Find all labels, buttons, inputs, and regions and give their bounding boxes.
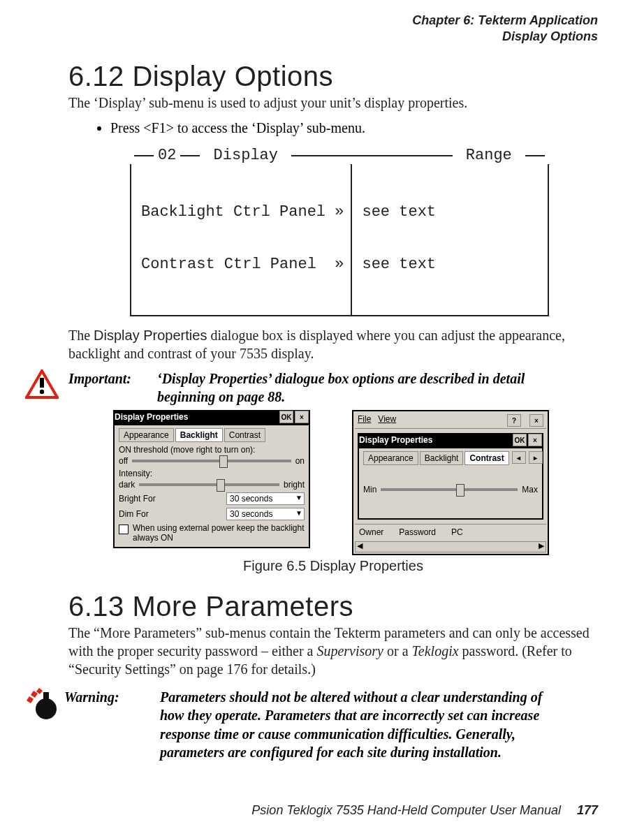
section-6-12-title: 6.12 Display Options	[68, 61, 598, 92]
help-icon[interactable]: ?	[507, 414, 521, 427]
tab-appearance[interactable]: Appearance	[119, 428, 174, 442]
menu-row-right: see text	[362, 256, 541, 273]
close-icon[interactable]: ×	[295, 411, 309, 423]
menu-row-left: Contrast Ctrl Panel »	[141, 256, 344, 273]
intensity-label: Intensity:	[119, 469, 305, 478]
dim-for-dropdown[interactable]: 30 seconds	[226, 508, 305, 520]
menu-legend-range: Range	[466, 147, 512, 164]
tab-scroll-right-icon[interactable]: ▸	[529, 451, 543, 464]
svg-rect-1	[40, 378, 44, 388]
tab-appearance[interactable]: Appearance	[363, 451, 418, 465]
external-power-label: When using external power keep the backl…	[133, 523, 305, 543]
external-power-checkbox[interactable]	[119, 525, 129, 534]
bright-for-dropdown[interactable]: 30 seconds	[226, 492, 305, 505]
important-icon	[25, 369, 64, 402]
important-body: ‘Display Properties’ dialogue box option…	[157, 369, 569, 406]
section-6-12-intro: The ‘Display’ sub-menu is used to adjust…	[68, 94, 598, 112]
warning-icon	[25, 688, 64, 723]
important-label: Important:	[68, 369, 154, 388]
menu-row-left: Backlight Ctrl Panel »	[141, 203, 344, 221]
slider-bright-label: bright	[284, 480, 305, 490]
footer-book: Psion Teklogix 7535 Hand-Held Computer U…	[251, 803, 561, 817]
figure-caption: Figure 6.5 Display Properties	[68, 558, 598, 574]
svg-point-2	[40, 390, 44, 394]
menu-legend-title: Display	[214, 147, 278, 164]
tab-contrast[interactable]: Contrast	[464, 451, 508, 465]
contrast-slider[interactable]	[381, 488, 518, 491]
threshold-label: ON threshold (move right to turn on):	[119, 445, 305, 455]
section-6-13-title: 6.13 More Parameters	[68, 591, 598, 622]
horizontal-scrollbar[interactable]	[355, 541, 546, 552]
slider-off-label: off	[119, 456, 128, 466]
submenu-diagram: 02 Display Range Backlight Ctrl Panel » …	[130, 147, 549, 316]
close-icon[interactable]: ×	[529, 414, 543, 427]
section-6-12-bullet: Press <F1> to access the ‘Display’ sub-m…	[110, 119, 598, 137]
bright-for-label: Bright For	[119, 494, 156, 504]
menu-legend-num: 02	[158, 147, 176, 164]
svg-rect-4	[43, 692, 49, 702]
svg-marker-5	[31, 691, 38, 698]
screenshot-contrast: File View ? × Display Properties OK ×	[352, 410, 549, 555]
slider-max-label: Max	[522, 485, 538, 494]
running-head-section: Display Options	[68, 29, 598, 45]
bottom-password[interactable]: Password	[399, 527, 436, 537]
tab-backlight[interactable]: Backlight	[420, 451, 464, 465]
running-head-chapter: Chapter 6: Tekterm Application	[68, 13, 598, 29]
menu-file[interactable]: File	[358, 414, 371, 427]
footer-page: 177	[577, 803, 598, 817]
close-icon[interactable]: ×	[528, 434, 542, 446]
intensity-slider[interactable]	[139, 483, 279, 486]
bottom-pc[interactable]: PC	[451, 527, 463, 537]
win1-title: Display Properties	[115, 412, 188, 422]
tab-scroll-left-icon[interactable]: ◂	[512, 451, 526, 464]
svg-marker-6	[27, 696, 34, 703]
warning-label: Warning:	[64, 688, 156, 706]
warning-body: Parameters should not be altered without…	[160, 688, 565, 762]
slider-on-label: on	[295, 456, 305, 466]
slider-min-label: Min	[363, 485, 376, 494]
win2-title: Display Properties	[359, 435, 432, 445]
section-6-13-para: The “More Parameters” sub-menus contain …	[68, 624, 598, 678]
ok-button[interactable]: OK	[513, 434, 527, 446]
bottom-owner[interactable]: Owner	[359, 527, 383, 537]
ok-button[interactable]: OK	[279, 411, 293, 423]
tab-backlight[interactable]: Backlight	[175, 428, 223, 442]
section-6-12-para2: The Display Properties dialogue box is d…	[68, 326, 598, 362]
menu-row-right: see text	[362, 203, 541, 221]
menu-view[interactable]: View	[378, 414, 396, 427]
screenshot-backlight: Display Properties OK × Appearance Backl…	[113, 410, 310, 555]
dim-for-label: Dim For	[119, 509, 149, 519]
slider-dark-label: dark	[119, 480, 135, 490]
tab-contrast[interactable]: Contrast	[224, 428, 265, 442]
threshold-slider[interactable]	[132, 460, 291, 462]
